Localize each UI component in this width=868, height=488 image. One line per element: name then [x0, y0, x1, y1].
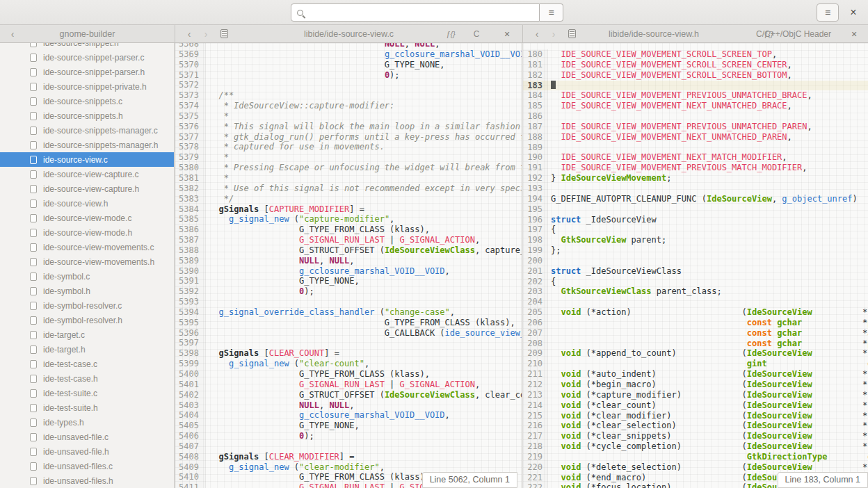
code-line-216[interactable]: 216 void (*clear_selection) (IdeSourceVi… — [523, 421, 868, 431]
code-line-214[interactable]: 214 void (*clear_count) (IdeSourceView *… — [523, 400, 868, 411]
back-button[interactable]: ‹ — [184, 25, 195, 42]
code-line-5385[interactable]: 5385 g_signal_new ("capture-modifier", — [175, 214, 522, 225]
code-line-206[interactable]: 206 const gchar *p — [523, 318, 868, 328]
code-line-202[interactable]: 202{ — [523, 277, 868, 287]
file-item-ide-source-snippets.c[interactable]: ide-source-snippets.c — [0, 94, 174, 108]
code-line-181[interactable]: 181 IDE_SOURCE_VIEW_MOVEMENT_SCROLL_SCRE… — [523, 60, 868, 70]
code-line-5389[interactable]: 5389 NULL, NULL, — [175, 256, 522, 266]
code-line-5397[interactable]: 5397 — [175, 338, 522, 348]
code-line-5400[interactable]: 5400 G_TYPE_FROM_CLASS (klass), — [175, 369, 522, 380]
file-item-ide-symbol-resolver.c[interactable]: ide-symbol-resolver.c — [0, 298, 174, 313]
code-line-5382[interactable]: 5382 * Use of this signal is not recomme… — [175, 184, 522, 194]
code-line-197[interactable]: 197{ — [523, 225, 868, 235]
code-line-187[interactable]: 187 IDE_SOURCE_VIEW_MOVEMENT_PREVIOUS_UN… — [523, 122, 868, 132]
code-line-5395[interactable]: 5395 G_TYPE_FROM_CLASS (klass), — [175, 318, 522, 328]
file-item-ide-test-suite.c[interactable]: ide-test-suite.c — [0, 386, 174, 400]
code-line-219[interactable]: 219 GtkDirectionType d — [523, 452, 868, 462]
code-line-218[interactable]: 218 void (*cycle_completion) (IdeSourceV… — [523, 441, 868, 452]
code-line-212[interactable]: 212 void (*begin_macro) (IdeSourceView *… — [523, 380, 868, 390]
code-line-5380[interactable]: 5380 * Pressing Escape or unfocusing the… — [175, 163, 522, 173]
code-line-203[interactable]: 203 GtkSourceViewClass parent_class; — [523, 286, 868, 297]
close-view-button[interactable]: × — [849, 25, 860, 42]
file-item-ide-target.c[interactable]: ide-target.c — [0, 327, 174, 342]
search-menu-button[interactable]: ≡ — [540, 3, 563, 22]
code-line-5401[interactable]: 5401 G_SIGNAL_RUN_LAST | G_SIGNAL_ACTION… — [175, 380, 522, 390]
code-line-5368[interactable]: 5368 NULL, NULL, — [175, 43, 522, 49]
document-menu-button[interactable] — [218, 25, 230, 42]
file-item-ide-source-snippets-manager.h[interactable]: ide-source-snippets-manager.h — [0, 138, 174, 152]
file-item-ide-source-view.c[interactable]: ide-source-view.c — [0, 152, 174, 167]
file-item-ide-source-snippet-parser.h[interactable]: ide-source-snippet-parser.h — [0, 65, 174, 79]
code-line-5407[interactable]: 5407 — [175, 441, 522, 452]
code-line-205[interactable]: 205 void (*action) (IdeSourceView *s — [523, 307, 868, 318]
code-line-183[interactable]: 183 — [523, 81, 868, 91]
code-line-5408[interactable]: 5408 gSignals [CLEAR_MODIFIER] = — [175, 452, 522, 462]
code-line-5372[interactable]: 5372 — [175, 80, 522, 90]
code-line-213[interactable]: 213 void (*capture_modifier) (IdeSourceV… — [523, 390, 868, 400]
forward-button[interactable]: › — [200, 25, 211, 42]
file-item-ide-unsaved-file.h[interactable]: ide-unsaved-file.h — [0, 444, 174, 459]
file-item-ide-source-view-mode.h[interactable]: ide-source-view-mode.h — [0, 225, 174, 240]
code-line-5384[interactable]: 5384 gSignals [CAPTURE_MODIFIER] = — [175, 204, 522, 215]
code-line-5369[interactable]: 5369 g_cclosure_marshal_VOID__VOID, — [175, 49, 522, 60]
code-line-5394[interactable]: 5394 g_signal_override_class_handler ("c… — [175, 307, 522, 318]
code-line-193[interactable]: 193 — [523, 184, 868, 194]
code-line-5377[interactable]: 5377 * gtk_dialog_run() performs until a… — [175, 132, 522, 143]
code-line-210[interactable]: 210 gint d — [523, 359, 868, 369]
file-item-ide-test-case.h[interactable]: ide-test-case.h — [0, 371, 174, 386]
code-line-5375[interactable]: 5375 * — [175, 111, 522, 122]
document-menu-button[interactable] — [566, 25, 577, 42]
editor-ide-source-view-h[interactable]: 180 IDE_SOURCE_VIEW_MOVEMENT_SCROLL_SCRE… — [523, 43, 868, 488]
search-field-box[interactable] — [291, 3, 540, 22]
code-line-201[interactable]: 201struct _IdeSourceViewClass — [523, 266, 868, 277]
file-item-ide-types.h[interactable]: ide-types.h — [0, 415, 174, 430]
file-item-ide-source-snippet-parser.c[interactable]: ide-source-snippet-parser.c — [0, 50, 174, 65]
code-line-199[interactable]: 199}; — [523, 245, 868, 256]
file-item-ide-source-view-capture.h[interactable]: ide-source-view-capture.h — [0, 181, 174, 196]
code-line-215[interactable]: 215 void (*clear_modifier) (IdeSourceVie… — [523, 411, 868, 421]
file-item-ide-source-view-mode.c[interactable]: ide-source-view-mode.c — [0, 211, 174, 225]
code-area[interactable]: 180 IDE_SOURCE_VIEW_MOVEMENT_SCROLL_SCRE… — [523, 49, 868, 488]
code-line-5393[interactable]: 5393 — [175, 297, 522, 307]
code-line-204[interactable]: 204 — [523, 297, 868, 307]
code-line-217[interactable]: 217 void (*clear_snippets) (IdeSourceVie… — [523, 431, 868, 441]
code-line-191[interactable]: 191 IDE_SOURCE_VIEW_MOVEMENT_PREVIOUS_MA… — [523, 163, 868, 173]
file-item-ide-source-view-movements.c[interactable]: ide-source-view-movements.c — [0, 240, 174, 254]
code-line-209[interactable]: 209 void (*append_to_count) (IdeSourceVi… — [523, 348, 868, 359]
close-view-button[interactable]: × — [501, 25, 513, 42]
code-area[interactable]: 5368 NULL, NULL,5369 g_cclosure_marshal_… — [175, 43, 522, 488]
code-line-180[interactable]: 180 IDE_SOURCE_VIEW_MOVEMENT_SCROLL_SCRE… — [523, 49, 868, 60]
code-line-5370[interactable]: 5370 G_TYPE_NONE, — [175, 60, 522, 70]
file-item-ide-symbol-resolver.h[interactable]: ide-symbol-resolver.h — [0, 313, 174, 327]
editor-ide-source-view-c[interactable]: 5368 NULL, NULL,5369 g_cclosure_marshal_… — [175, 43, 522, 488]
code-line-192[interactable]: 192} IdeSourceViewMovement; — [523, 173, 868, 184]
code-line-185[interactable]: 185 IDE_SOURCE_VIEW_MOVEMENT_NEXT_UNMATC… — [523, 101, 868, 111]
code-line-5392[interactable]: 5392 0); — [175, 286, 522, 297]
file-item-ide-source-view-capture.c[interactable]: ide-source-view-capture.c — [0, 167, 174, 181]
code-line-5403[interactable]: 5403 NULL, NULL, — [175, 400, 522, 411]
file-item-ide-source-view.h[interactable]: ide-source-view.h — [0, 196, 174, 211]
window-close-button[interactable]: × — [844, 3, 862, 22]
sidebar-back-button[interactable]: ‹ — [7, 25, 18, 42]
file-item-ide-source-view-movements.h[interactable]: ide-source-view-movements.h — [0, 254, 174, 269]
file-item-ide-unsaved-files.h[interactable]: ide-unsaved-files.h — [0, 473, 174, 488]
code-line-5386[interactable]: 5386 G_TYPE_FROM_CLASS (klass), — [175, 225, 522, 235]
code-line-5406[interactable]: 5406 0); — [175, 431, 522, 441]
code-line-194[interactable]: 194G_DEFINE_AUTOPTR_CLEANUP_FUNC (IdeSou… — [523, 194, 868, 204]
file-item-ide-source-snippet-private.h[interactable]: ide-source-snippet-private.h — [0, 79, 174, 94]
code-line-5409[interactable]: 5409 g_signal_new ("clear-modifier", — [175, 462, 522, 473]
code-line-196[interactable]: 196struct _IdeSourceView — [523, 215, 868, 225]
code-line-5398[interactable]: 5398 gSignals [CLEAR_COUNT] = — [175, 348, 522, 359]
code-line-184[interactable]: 184 IDE_SOURCE_VIEW_MOVEMENT_PREVIOUS_UN… — [523, 90, 868, 101]
search-input[interactable] — [307, 7, 539, 19]
code-line-200[interactable]: 200 — [523, 256, 868, 266]
code-line-195[interactable]: 195 — [523, 204, 868, 215]
symbols-button[interactable]: ƒ{} — [443, 25, 458, 42]
file-item-ide-unsaved-files.c[interactable]: ide-unsaved-files.c — [0, 459, 174, 473]
code-line-5399[interactable]: 5399 g_signal_new ("clear-count", — [175, 359, 522, 369]
code-line-5381[interactable]: 5381 * — [175, 173, 522, 184]
code-line-5374[interactable]: 5374 * IdeSourceView::capture-modifier: — [175, 101, 522, 111]
code-line-5390[interactable]: 5390 g_cclosure_marshal_VOID__VOID, — [175, 266, 522, 277]
code-line-5379[interactable]: 5379 * — [175, 152, 522, 163]
code-line-5373[interactable]: 5373 /** — [175, 90, 522, 101]
